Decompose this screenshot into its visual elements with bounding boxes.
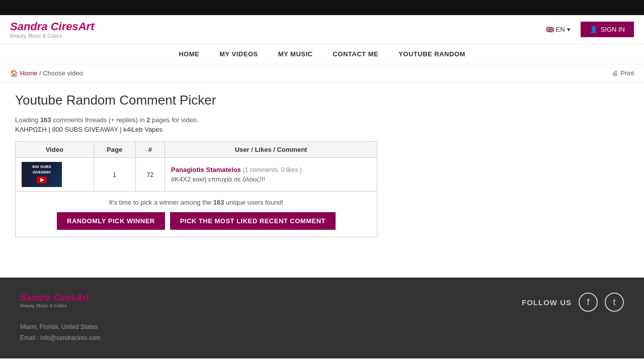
footer-follow: FOLLOW US f t [522, 293, 624, 312]
chevron-down-icon: ▾ [567, 26, 571, 33]
footer-logo-subtitle: Beauty, Music & Colors [20, 303, 89, 308]
user-name: Panagiotis Stamatelos [171, 166, 241, 173]
video-thumb-text: 800 SUBS GIVEAWAY [32, 164, 51, 185]
footer-left: Sandra CiresArt Beauty, Music & Colors [20, 293, 89, 308]
comment-cell: Panagiotis Stamatelos (1 comments, 0 lik… [165, 158, 377, 192]
breadcrumb-home[interactable]: Home [20, 69, 38, 77]
page-title: Youtube Random Comment Picker [15, 93, 488, 108]
footer: Sandra CiresArt Beauty, Music & Colors F… [0, 278, 644, 358]
comment-text: #K4X2 κακή επιτυχία σε όλους!!! [171, 175, 371, 183]
breadcrumb: 🏠 Home / Choose video [10, 69, 83, 77]
col-comment: User / Likes / Comment [165, 142, 377, 158]
footer-logo-art: Art [76, 293, 89, 303]
footer-inner: Sandra CiresArt Beauty, Music & Colors F… [20, 293, 624, 312]
loading-info: Loading 163 comments threads (+ replies)… [15, 116, 488, 124]
unique-prefix: It's time to pick a winner among the [109, 199, 213, 206]
breadcrumb-current: Choose video [43, 69, 83, 77]
nav-contact-me[interactable]: CONTACT ME [333, 50, 378, 58]
comment-table: Video Page # User / Likes / Comment 800 … [15, 141, 377, 192]
sign-in-label: SIGN IN [601, 26, 625, 33]
col-page: Page [94, 142, 135, 158]
lang-label: EN [556, 26, 565, 33]
logo-title: Sandra CiresArt [10, 20, 95, 33]
page-cell: 1 [94, 158, 135, 192]
loading-count: 163 [40, 116, 51, 124]
footer-logo-name: Sandra Cires [20, 293, 76, 303]
bottom-bar: It's time to pick a winner among the 163… [15, 192, 377, 237]
table-row: 800 SUBS GIVEAWAY [16, 158, 377, 192]
logo-subtitle: Beauty, Music & Colors [10, 33, 95, 39]
unique-count: 163 [213, 199, 224, 206]
num-cell: 72 [135, 158, 165, 192]
nav-youtube-random[interactable]: YOUTUBE RANDOM [398, 50, 465, 58]
follow-label: FOLLOW US [522, 298, 572, 307]
print-icon: 🖨 [612, 69, 618, 77]
nav-my-videos[interactable]: MY VIDEOS [219, 50, 258, 58]
action-buttons: RANDOMLY PICK WINNER PICK THE MOST LIKED… [22, 212, 371, 230]
logo-name: Sandra Cires [10, 20, 78, 33]
logo-art: Art [78, 20, 95, 33]
header-right: 🇬🇧 EN ▾ 👤 SIGN IN [546, 22, 634, 37]
unique-suffix: unique users found! [224, 199, 283, 206]
logo-area: Sandra CiresArt Beauty, Music & Colors [10, 20, 95, 39]
comment-meta: (1 comments, 0 likes ) [243, 166, 301, 173]
twitter-icon[interactable]: t [605, 293, 624, 312]
unique-users-text: It's time to pick a winner among the 163… [22, 199, 371, 206]
main-content: Youtube Random Comment Picker Loading 16… [0, 82, 503, 247]
print-button[interactable]: 🖨 Print [612, 69, 634, 77]
nav-home[interactable]: HOME [179, 50, 199, 58]
loading-page-suffix: pages for video. [150, 116, 198, 124]
pick-most-liked-button[interactable]: PICK THE MOST LIKED RECENT COMMENT [170, 212, 336, 230]
home-icon: 🏠 [10, 69, 18, 77]
lang-selector[interactable]: 🇬🇧 EN ▾ [546, 26, 571, 33]
footer-logo: Sandra CiresArt [20, 293, 89, 303]
loading-suffix: comments threads (+ replies) in [51, 116, 147, 124]
nav-my-music[interactable]: MY MUSIC [278, 50, 313, 58]
randomly-pick-winner-button[interactable]: RANDOMLY PICK WINNER [57, 212, 165, 230]
flag-icon: 🇬🇧 [546, 26, 554, 33]
video-thumbnail: 800 SUBS GIVEAWAY [22, 162, 62, 187]
footer-email: Email : info@sandracires.com [20, 333, 624, 344]
play-icon [37, 176, 47, 184]
col-video: Video [16, 142, 94, 158]
col-num: # [135, 142, 165, 158]
main-nav: HOME MY VIDEOS MY MUSIC CONTACT ME YOUTU… [0, 44, 644, 64]
loading-prefix: Loading [15, 116, 40, 124]
breadcrumb-bar: 🏠 Home / Choose video 🖨 Print [0, 64, 644, 82]
footer-address: Miami, Florida, United States [20, 322, 624, 333]
facebook-icon[interactable]: f [579, 293, 598, 312]
print-label: Print [620, 69, 634, 77]
video-cell: 800 SUBS GIVEAWAY [16, 158, 94, 192]
video-title-text: ΚΛΗΡΩΣΗ | 800 SUBS GIVEAWAY | k4iLeb Vap… [15, 126, 488, 133]
user-icon: 👤 [590, 26, 598, 33]
footer-contact: Miami, Florida, United States Email : in… [20, 322, 624, 343]
sign-in-button[interactable]: 👤 SIGN IN [581, 22, 634, 37]
header: Sandra CiresArt Beauty, Music & Colors 🇬… [0, 15, 644, 44]
top-bar [0, 0, 644, 15]
